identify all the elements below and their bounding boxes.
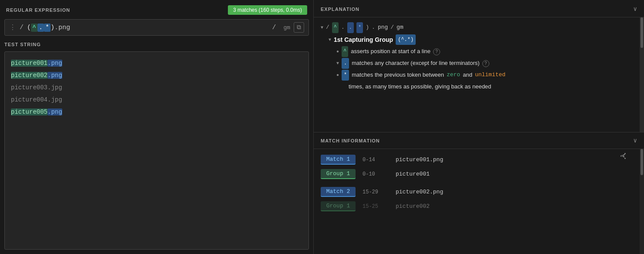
regex-slash-close: / bbox=[268, 24, 280, 31]
exp-star-desc-pre: matches the previous token between bbox=[352, 70, 444, 81]
test-string-area[interactable]: picture001.png picture002.png picture003… bbox=[4, 51, 309, 250]
explanation-tree: ▼ / ^..*).png / gm ▼ 1st Capturing Group… bbox=[321, 22, 637, 92]
test-line-1: picture001.png bbox=[11, 57, 302, 69]
regex-section-title: REGULAR EXPRESSION bbox=[6, 7, 70, 13]
explanation-scrollbar[interactable] bbox=[640, 17, 644, 132]
match-info-header: MATCH INFORMATION ∨ bbox=[314, 132, 644, 149]
match-highlight-1-group: picture001 bbox=[11, 60, 47, 67]
match-1-range: 0-14 bbox=[363, 157, 389, 163]
regex-content[interactable]: (^.*).png bbox=[27, 24, 264, 31]
explanation-header: EXPLANATION ∨ bbox=[314, 0, 644, 17]
group-2-label[interactable]: Group 1 bbox=[321, 201, 356, 211]
exp-flags: gm bbox=[397, 22, 403, 33]
regex-slash-open: / bbox=[20, 24, 24, 31]
group-2-row: Group 1 15-25 picture002 bbox=[314, 199, 644, 213]
exp-capturing-group-label: 1st Capturing Group bbox=[334, 34, 393, 46]
regex-menu-dots[interactable]: ⋮ bbox=[9, 23, 16, 32]
group-1-value: picture001 bbox=[396, 171, 430, 177]
test-line-3: picture003.jpg bbox=[11, 81, 302, 94]
group-1-row: Group 1 0-10 picture001 bbox=[314, 167, 644, 181]
match-divider-1 bbox=[314, 181, 644, 185]
exp-slash-close: / bbox=[390, 22, 394, 33]
explanation-title: EXPLANATION bbox=[321, 7, 359, 12]
test-string-section: TEST STRING picture001.png picture002.pn… bbox=[0, 39, 313, 254]
match-highlight-1-ext: .png bbox=[47, 60, 62, 67]
test-line-2: picture002.png bbox=[11, 69, 302, 81]
exp-capturing-group-code: (^.*) bbox=[396, 34, 416, 45]
regex-star: * bbox=[44, 24, 51, 32]
match-info-scrollbar-thumb[interactable] bbox=[641, 149, 643, 175]
match-2-value: picture002.png bbox=[396, 189, 443, 195]
exp-star-token-small: * bbox=[342, 70, 349, 81]
regex-png: png bbox=[58, 24, 70, 31]
test-line-4: picture004.jpg bbox=[11, 94, 302, 106]
explanation-scrollbar-thumb[interactable] bbox=[641, 17, 643, 48]
left-header: REGULAR EXPRESSION 3 matches (160 steps,… bbox=[0, 0, 313, 19]
exp-star-row2: times, as many times as possible, giving… bbox=[321, 81, 637, 93]
exp-caret-token: ^ bbox=[332, 22, 339, 33]
match-highlight-5-ext: .png bbox=[47, 108, 62, 115]
exp-caret-desc: asserts position at start of a line bbox=[351, 46, 430, 57]
regex-paren-open: ( bbox=[27, 24, 31, 31]
test-string-title: TEST STRING bbox=[4, 39, 309, 47]
match-highlight-2-group: picture002 bbox=[11, 72, 47, 79]
exp-dot-token: . bbox=[347, 22, 354, 33]
group-1-range: 0-10 bbox=[363, 171, 389, 177]
right-panel: EXPLANATION ∨ ▼ / ^..*).png / gm ▼ 1st C… bbox=[314, 0, 644, 254]
caret-bullet-icon: ● bbox=[336, 47, 339, 56]
match-info-content[interactable]: Match 1 0-14 picture001.png Group 1 0-10… bbox=[314, 149, 644, 254]
capturing-group-arrow-icon[interactable]: ▼ bbox=[329, 36, 331, 44]
regex-flags: gm bbox=[283, 24, 290, 31]
explanation-chevron-icon[interactable]: ∨ bbox=[634, 5, 637, 13]
left-panel: REGULAR EXPRESSION 3 matches (160 steps,… bbox=[0, 0, 314, 254]
exp-dot-row: ▼ . matches any character (except for li… bbox=[321, 58, 637, 69]
match-1-value: picture001.png bbox=[396, 156, 443, 163]
group-2-value: picture002 bbox=[396, 203, 430, 210]
exp-star-desc-post: times, as many times as possible, giving… bbox=[349, 81, 491, 92]
test-line-5: picture005.png bbox=[11, 106, 302, 118]
regex-input-row[interactable]: ⋮ / (^.*).png / gm ⧉ bbox=[4, 19, 309, 36]
match-2-row: Match 2 15-29 picture002.png bbox=[314, 185, 644, 199]
exp-caret-token-small: ^ bbox=[342, 46, 348, 57]
match-info-chevron-icon[interactable]: ∨ bbox=[634, 137, 637, 144]
match-info-scrollbar[interactable] bbox=[640, 149, 644, 254]
root-arrow-icon[interactable]: ▼ bbox=[321, 24, 323, 32]
exp-slash-open: / bbox=[326, 22, 329, 33]
match-1-row: Match 1 0-14 picture001.png bbox=[314, 152, 644, 167]
dot-help-icon[interactable]: ? bbox=[482, 60, 489, 67]
match-1-label[interactable]: Match 1 bbox=[321, 155, 356, 165]
exp-capturing-group-row: ▼ 1st Capturing Group (^.*) bbox=[321, 34, 637, 46]
copy-button[interactable]: ⧉ bbox=[294, 22, 304, 33]
regex-paren-close: ) bbox=[51, 24, 54, 31]
exp-star-zero: zero bbox=[447, 70, 460, 81]
caret-help-icon[interactable]: ? bbox=[433, 48, 440, 55]
group-1-label[interactable]: Group 1 bbox=[321, 169, 356, 179]
match-info-title: MATCH INFORMATION bbox=[321, 138, 380, 143]
exp-star-token2: * bbox=[356, 22, 363, 33]
exp-star-row: ● * matches the previous token between z… bbox=[321, 69, 637, 81]
group-2-range: 15-25 bbox=[363, 203, 389, 210]
dot-arrow-icon[interactable]: ▼ bbox=[336, 59, 339, 68]
match-highlight-2-ext: .png bbox=[47, 72, 62, 79]
exp-dot-desc: matches any character (except for line t… bbox=[352, 58, 479, 69]
exp-root-row: ▼ / ^..*).png / gm bbox=[321, 22, 637, 34]
regex-dot-literal: . bbox=[54, 24, 58, 31]
exp-dot-token-small: . bbox=[342, 58, 349, 69]
match-info-section: MATCH INFORMATION ∨ Match 1 0-14 picture… bbox=[314, 132, 644, 254]
exp-caret-row: ● ^ asserts position at start of a line … bbox=[321, 46, 637, 58]
explanation-content[interactable]: ▼ / ^..*).png / gm ▼ 1st Capturing Group… bbox=[314, 17, 644, 132]
regex-dot: . bbox=[37, 24, 44, 32]
exp-star-and: and bbox=[463, 70, 472, 81]
share-button[interactable] bbox=[620, 152, 627, 161]
exp-star-unlimited: unlimited bbox=[475, 70, 505, 81]
match-2-range: 15-29 bbox=[363, 189, 389, 195]
matches-badge: 3 matches (160 steps, 0.0ms) bbox=[228, 5, 307, 15]
match-2-label[interactable]: Match 2 bbox=[321, 187, 356, 197]
star-bullet-icon: ● bbox=[336, 71, 339, 79]
regex-caret: ^ bbox=[31, 24, 37, 32]
match-highlight-5-group: picture005 bbox=[11, 108, 47, 115]
